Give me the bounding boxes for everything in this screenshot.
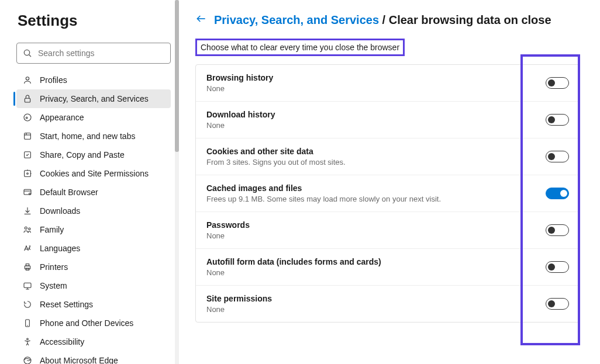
- back-arrow-icon[interactable]: [195, 13, 207, 27]
- search-input-wrap[interactable]: [16, 43, 171, 64]
- row-title: Cached images and files: [206, 183, 441, 193]
- sidebar-item-label: Reset Settings: [40, 300, 165, 309]
- row-text: Autofill form data (includes forms and c…: [206, 257, 381, 277]
- sidebar-item-label: Default Browser: [40, 188, 165, 197]
- sidebar-item-label: Phone and Other Devices: [40, 318, 165, 328]
- sidebar-item-label: Cookies and Site Permissions: [40, 169, 165, 178]
- language-icon: [22, 243, 33, 254]
- svg-rect-15: [25, 266, 30, 269]
- row-text: Cached images and filesFrees up 9.1 MB. …: [206, 183, 441, 203]
- toggle-switch[interactable]: [546, 298, 569, 310]
- sidebar-item-printers[interactable]: Printers: [16, 258, 171, 276]
- breadcrumb-text: Privacy, Search, and Services / Clear br…: [214, 13, 551, 27]
- row-text: Cookies and other site dataFrom 3 sites.…: [206, 147, 346, 167]
- sidebar-item-phone-and-other-devices[interactable]: Phone and Other Devices: [16, 314, 171, 332]
- appearance-icon: [22, 112, 33, 123]
- row-title: Download history: [206, 110, 275, 119]
- printer-icon: [22, 262, 33, 272]
- sidebar-item-label: Start, home, and new tabs: [40, 131, 165, 141]
- sidebar-item-reset-settings[interactable]: Reset Settings: [16, 295, 171, 314]
- svg-rect-5: [25, 133, 31, 140]
- toggle-knob: [548, 227, 555, 234]
- row-title: Browsing history: [206, 73, 273, 82]
- setting-row: Cached images and filesFrees up 9.1 MB. …: [196, 175, 580, 212]
- system-icon: [22, 280, 33, 291]
- toggle-switch[interactable]: [546, 151, 569, 162]
- row-subtitle: None: [206, 231, 250, 240]
- sidebar-item-label: Share, Copy and Paste: [40, 150, 165, 160]
- row-title: Cookies and other site data: [206, 147, 346, 156]
- svg-point-12: [29, 193, 31, 195]
- breadcrumb-link[interactable]: Privacy, Search, and Services: [214, 13, 379, 26]
- setting-row: Download historyNone: [196, 102, 580, 138]
- sidebar-item-profiles[interactable]: Profiles: [16, 71, 171, 89]
- toggle-switch[interactable]: [546, 261, 569, 273]
- row-text: Browsing historyNone: [206, 73, 273, 93]
- row-text: Download historyNone: [206, 110, 275, 130]
- row-subtitle: None: [206, 84, 273, 93]
- sidebar-item-about-microsoft-edge[interactable]: About Microsoft Edge: [16, 351, 171, 364]
- sidebar-item-privacy-search-and-services[interactable]: Privacy, Search, and Services: [16, 89, 171, 108]
- svg-rect-3: [25, 98, 30, 102]
- sidebar-item-label: Downloads: [40, 206, 165, 216]
- sidebar-item-system[interactable]: System: [16, 276, 171, 295]
- scrollbar-thumb[interactable]: [175, 0, 179, 152]
- main: Privacy, Search, and Services / Clear br…: [179, 0, 600, 364]
- sidebar: Settings ProfilesPrivacy, Search, and Se…: [0, 0, 179, 364]
- row-title: Passwords: [206, 220, 250, 230]
- search-input[interactable]: [38, 48, 164, 58]
- toggle-switch[interactable]: [546, 188, 569, 199]
- toggle-switch[interactable]: [546, 77, 569, 89]
- row-text: Site permissionsNone: [206, 294, 272, 314]
- phone-icon: [22, 318, 33, 328]
- sidebar-item-label: Profiles: [40, 75, 165, 85]
- toggle-knob: [548, 300, 555, 307]
- toggle-knob: [548, 116, 555, 123]
- settings-card: Browsing historyNoneDownload historyNone…: [195, 64, 580, 323]
- svg-point-0: [24, 50, 29, 55]
- setting-row: Site permissionsNone: [196, 286, 580, 322]
- sidebar-item-default-browser[interactable]: Default Browser: [16, 183, 171, 202]
- sidebar-item-appearance[interactable]: Appearance: [16, 108, 171, 127]
- accessibility-icon: [22, 337, 33, 347]
- svg-line-1: [29, 55, 31, 57]
- lock-icon: [22, 93, 33, 104]
- breadcrumb-current: Clear browsing data on close: [389, 13, 551, 26]
- sidebar-item-label: Printers: [40, 262, 165, 272]
- search-icon: [23, 48, 32, 58]
- toggle-knob: [548, 153, 555, 160]
- svg-point-13: [25, 227, 27, 229]
- sidebar-item-family[interactable]: Family: [16, 220, 171, 239]
- row-subtitle: None: [206, 268, 381, 277]
- sidebar-item-label: Family: [40, 225, 165, 234]
- breadcrumb: Privacy, Search, and Services / Clear br…: [195, 13, 580, 27]
- browser-icon: [22, 187, 33, 197]
- toggle-knob: [548, 264, 555, 271]
- setting-row: PasswordsNone: [196, 212, 580, 249]
- sidebar-item-languages[interactable]: Languages: [16, 239, 171, 258]
- section-description: Choose what to clear every time you clos…: [195, 39, 405, 56]
- sidebar-item-start-home-and-new-tabs[interactable]: Start, home, and new tabs: [16, 127, 171, 145]
- page-title: Settings: [16, 12, 171, 30]
- row-subtitle: None: [206, 305, 272, 314]
- row-text: PasswordsNone: [206, 220, 250, 240]
- svg-rect-11: [24, 189, 31, 195]
- sidebar-item-label: Languages: [40, 244, 165, 253]
- sidebar-item-cookies-and-site-permissions[interactable]: Cookies and Site Permissions: [16, 164, 171, 183]
- sidebar-item-label: System: [40, 281, 165, 290]
- cookies-icon: [22, 168, 33, 179]
- toggle-switch[interactable]: [546, 114, 569, 126]
- sidebar-item-downloads[interactable]: Downloads: [16, 202, 171, 220]
- row-subtitle: None: [206, 121, 275, 130]
- svg-point-21: [27, 338, 29, 340]
- setting-row: Cookies and other site dataFrom 3 sites.…: [196, 138, 580, 175]
- svg-rect-9: [25, 171, 31, 177]
- sidebar-item-label: Appearance: [40, 113, 165, 122]
- sidebar-item-accessibility[interactable]: Accessibility: [16, 332, 171, 351]
- svg-point-2: [26, 77, 29, 80]
- breadcrumb-sep: /: [379, 13, 389, 26]
- toggle-switch[interactable]: [546, 224, 569, 236]
- sidebar-item-label: Privacy, Search, and Services: [40, 94, 165, 103]
- svg-point-10: [27, 173, 29, 175]
- sidebar-item-share-copy-and-paste[interactable]: Share, Copy and Paste: [16, 145, 171, 164]
